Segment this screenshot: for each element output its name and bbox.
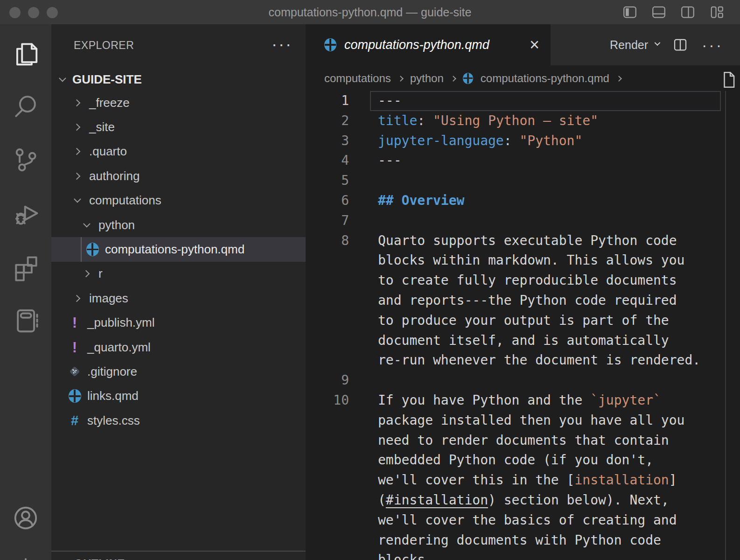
tree-item-label: links.qmd (87, 389, 139, 403)
code-line-6[interactable]: 6## Overview (306, 191, 740, 211)
code-editor[interactable]: 1---2title: "Using Python — site"3jupyte… (306, 91, 740, 560)
close-tab-icon[interactable]: × (530, 36, 539, 53)
toggle-panel-icon[interactable] (649, 4, 668, 21)
breadcrumb-folder[interactable]: computations (324, 72, 391, 85)
tree-item-label: .gitignore (87, 364, 137, 379)
tree-item-links-qmd[interactable]: links.qmd (51, 384, 306, 408)
code-text: package installed then you have all you (378, 411, 684, 431)
explorer-more-actions-icon[interactable]: ··· (272, 35, 293, 54)
line-number: 9 (306, 371, 349, 391)
tree-item-label: authoring (89, 169, 140, 183)
code-line-2[interactable]: 2title: "Using Python — site" (306, 111, 740, 131)
code-line-3[interactable]: 3jupyter-language: "Python" (306, 131, 740, 151)
code-line-10-wrap[interactable]: we'll cover the basics of creating and (306, 511, 740, 531)
code-line-8-wrap[interactable]: blocks within markdown. This allows you (306, 251, 740, 271)
render-button[interactable]: Render (610, 38, 659, 52)
tree-item-gitignore[interactable]: .gitignore (51, 359, 306, 384)
yaml-file-icon: ! (72, 340, 77, 355)
tree-item-label: computations (89, 193, 161, 208)
tree-item-r[interactable]: r (51, 262, 306, 286)
tree-item-site[interactable]: _site (51, 115, 306, 139)
code-text: re-run whenever the document is rendered… (378, 350, 700, 371)
tree-item-quarto[interactable]: .quarto (51, 140, 306, 164)
tree-item-python[interactable]: python (51, 213, 306, 237)
code-line-4[interactable]: 4--- (306, 151, 740, 171)
explorer-sidebar: EXPLORER ··· GUIDE-SITE _freeze_site.qua… (51, 24, 306, 560)
code-line-10-wrap[interactable]: need to render documents that contain (306, 431, 740, 451)
code-line-8-wrap[interactable]: document itself, and is automatically (306, 331, 740, 351)
quarto-file-icon (463, 73, 473, 84)
code-text: to produce your output is part of the (378, 311, 669, 331)
tree-item-quarto-yml[interactable]: !_quarto.yml (51, 335, 306, 359)
settings-gear-icon[interactable] (0, 546, 51, 560)
code-line-8[interactable]: 8Quarto supports executable Python code (306, 231, 740, 251)
css-file-icon: # (71, 414, 78, 427)
code-text: we'll cover the basics of creating and (378, 511, 677, 531)
line-number (306, 311, 349, 331)
split-editor-icon[interactable] (672, 36, 689, 53)
toggle-primary-sidebar-icon[interactable] (621, 4, 639, 21)
tree-item-computations-python-qmd[interactable]: computations-python.qmd (51, 237, 306, 261)
code-line-10-wrap[interactable]: embedded Python code (if you don't, (306, 450, 740, 470)
code-line-10-wrap[interactable]: (#installation) section below). Next, (306, 490, 740, 511)
code-text: title: "Using Python — site" (378, 111, 598, 131)
line-number (306, 470, 349, 490)
extensions-icon[interactable] (0, 244, 51, 290)
code-line-8-wrap[interactable]: to create fully reproducible documents (306, 271, 740, 291)
explorer-icon[interactable] (0, 30, 51, 77)
chevron-down-icon (59, 74, 66, 82)
source-control-icon[interactable] (0, 136, 51, 183)
line-number (306, 450, 349, 470)
chevron-right-icon (398, 76, 404, 82)
breadcrumb-file[interactable]: computations-python.qmd (481, 72, 609, 85)
tree-item-freeze[interactable]: _freeze (51, 91, 306, 115)
code-text: ## Overview (378, 191, 464, 211)
tree-item-computations[interactable]: computations (51, 189, 306, 213)
more-actions-icon[interactable]: ··· (702, 36, 723, 54)
code-line-10-wrap[interactable]: package installed then you have all you (306, 411, 740, 431)
outline-section: OUTLINE (51, 551, 306, 560)
line-number (306, 490, 349, 511)
breadcrumb-folder[interactable]: python (410, 72, 444, 85)
sidebar-title: EXPLORER (74, 39, 134, 52)
tree-item-label: python (98, 218, 135, 232)
chevron-right-icon (73, 124, 80, 131)
toggle-secondary-sidebar-icon[interactable] (678, 4, 697, 21)
line-number: 6 (306, 191, 349, 211)
tree-item-images[interactable]: images (51, 286, 306, 310)
run-debug-icon[interactable] (0, 190, 51, 237)
code-line-7[interactable]: 7 (306, 211, 740, 231)
file-icon-slot (68, 389, 81, 403)
tree-item-styles-css[interactable]: #styles.css (51, 408, 306, 433)
code-line-5[interactable]: 5 (306, 171, 740, 191)
folder-twistie (70, 174, 83, 179)
file-icon-slot: ! (68, 315, 81, 330)
line-number (306, 511, 349, 531)
code-line-10-wrap[interactable]: blocks. (306, 550, 740, 560)
customize-layout-icon[interactable] (707, 4, 726, 21)
tree-item-publish-yml[interactable]: !_publish.yml (51, 311, 306, 335)
tab-computations-python[interactable]: computations-python.qmd × (306, 24, 551, 65)
account-icon[interactable] (0, 495, 51, 541)
code-line-10-wrap[interactable]: rendering documents with Python code (306, 531, 740, 551)
code-line-9[interactable]: 9 (306, 371, 740, 391)
file-icon-slot: ! (68, 340, 81, 355)
symbol-file-icon (720, 70, 738, 92)
notebook-icon[interactable] (0, 297, 51, 344)
code-line-8-wrap[interactable]: re-run whenever the document is rendered… (306, 350, 740, 371)
code-text: to create fully reproducible documents (378, 271, 677, 291)
tree-item-authoring[interactable]: authoring (51, 164, 306, 188)
workspace-root-row[interactable]: GUIDE-SITE (51, 67, 306, 91)
tree-item-label: _publish.yml (87, 315, 155, 330)
line-number: 2 (306, 111, 349, 131)
line-number: 10 (306, 391, 349, 411)
scrollbar-ruler[interactable] (725, 91, 726, 560)
code-text: rendering documents with Python code (378, 531, 661, 551)
code-line-8-wrap[interactable]: and reports---the Python code required (306, 291, 740, 311)
code-line-10-wrap[interactable]: we'll cover this in the [installation] (306, 470, 740, 490)
search-icon[interactable] (0, 83, 51, 129)
code-line-10[interactable]: 10If you have Python and the `jupyter` (306, 391, 740, 411)
outline-header-row[interactable]: OUTLINE (51, 552, 306, 560)
code-line-8-wrap[interactable]: to produce your output is part of the (306, 311, 740, 331)
code-line-1[interactable]: 1--- (306, 91, 740, 111)
